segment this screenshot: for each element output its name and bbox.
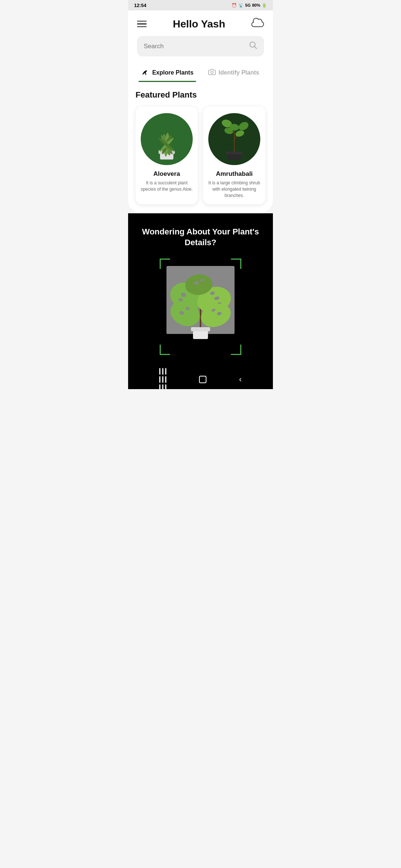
svg-point-2 [211, 71, 213, 73]
page-title: Hello Yash [173, 18, 225, 30]
status-icons: ⏰ 📡 5G 80% 🔋 [232, 3, 267, 8]
home-icon [199, 376, 206, 383]
featured-title: Featured Plants [136, 90, 265, 100]
status-time: 12:54 [134, 3, 146, 8]
scan-plant-image [165, 266, 236, 348]
scan-corner-br [231, 345, 241, 355]
search-container [128, 36, 273, 64]
plants-grid: Aloevera It is a succulent plant species… [136, 106, 265, 204]
identify-section: Wondering About Your Plant's Details? [128, 213, 273, 369]
camera-icon [208, 68, 216, 77]
alarm-icon: ⏰ [232, 3, 237, 8]
tab-identify-label: Identify Plants [219, 69, 259, 76]
plant-card-amruthabali[interactable]: Amruthabali It is a large climbing shrub… [203, 106, 265, 204]
battery-icon: 🔋 [262, 3, 267, 8]
main-content: Hello Yash Explore Pla [128, 10, 273, 213]
search-input[interactable] [144, 43, 245, 50]
signal-icon: 5G [245, 3, 251, 7]
scan-corner-bl [160, 345, 170, 355]
amruthabali-name: Amruthabali [216, 170, 252, 178]
svg-point-16 [237, 120, 250, 132]
app-header: Hello Yash [128, 10, 273, 36]
wondering-title: Wondering About Your Plant's Details? [137, 227, 264, 248]
leaf-icon [141, 68, 149, 78]
recent-apps-icon [159, 368, 166, 389]
plant-card-aloevera[interactable]: Aloevera It is a succulent plant species… [136, 106, 198, 204]
tab-identify-plants[interactable]: Identify Plants [200, 65, 267, 81]
svg-rect-23 [191, 327, 210, 331]
tab-explore-label: Explore Plants [152, 69, 193, 76]
cloud-button[interactable] [251, 18, 264, 30]
battery-text: 80% [252, 3, 260, 7]
amruthabali-desc: It is a large climbing shrub with elonga… [208, 180, 261, 198]
tab-bar: Explore Plants Identify Plants [128, 64, 273, 81]
recent-apps-button[interactable] [156, 365, 169, 389]
hamburger-menu-button[interactable] [137, 21, 147, 27]
svg-rect-12 [226, 151, 242, 154]
bottom-navigation: ‹ [128, 370, 273, 389]
scan-corner-tl [160, 259, 170, 269]
scan-frame [160, 259, 241, 355]
home-button[interactable] [196, 373, 209, 386]
aloevera-image [141, 113, 193, 165]
amruthabali-image [208, 113, 260, 165]
search-bar[interactable] [137, 36, 264, 56]
svg-line-1 [255, 47, 257, 49]
status-bar: 12:54 ⏰ 📡 5G 80% 🔋 [128, 0, 273, 10]
scan-corner-tr [231, 259, 241, 269]
back-button[interactable]: ‹ [236, 372, 245, 387]
wifi-icon: 📡 [238, 3, 244, 8]
aloevera-name: Aloevera [153, 170, 180, 178]
featured-section: Featured Plants [128, 90, 273, 204]
tab-explore-plants[interactable]: Explore Plants [134, 64, 200, 81]
aloevera-desc: It is a succulent plant species of the g… [140, 180, 193, 193]
search-icon [249, 41, 257, 51]
back-icon: ‹ [239, 375, 242, 384]
